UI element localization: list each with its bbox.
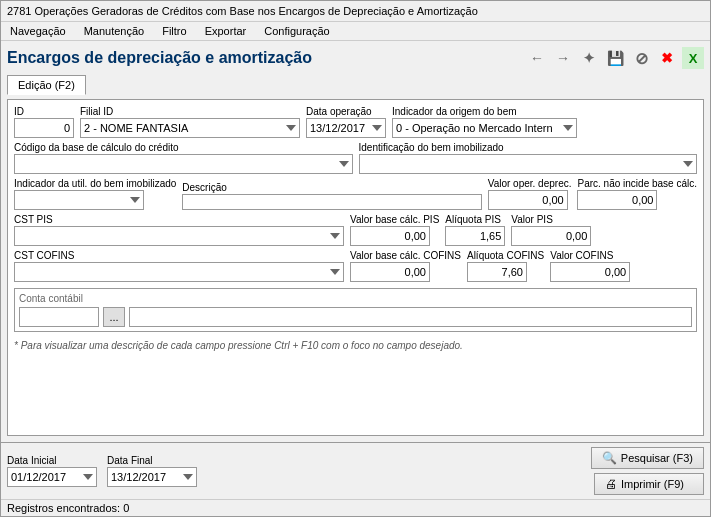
valor-cofins-input[interactable]: 0,00	[550, 262, 630, 282]
status-bar: Registros encontrados: 0	[1, 499, 710, 516]
data-inicial-group: Data Inicial 01/12/2017	[7, 455, 97, 487]
title-bar: 2781 Operações Geradoras de Créditos com…	[1, 1, 710, 22]
menu-bar: Navegação Manutenção Filtro Exportar Con…	[1, 22, 710, 41]
data-op-select[interactable]: 13/12/2017	[306, 118, 386, 138]
page-header: Encargos de depreciação e amortização ← …	[7, 47, 704, 69]
status-text: Registros encontrados: 0	[7, 502, 129, 514]
cst-pis-select[interactable]	[14, 226, 344, 246]
id-bem-label: Identificação do bem imobilizado	[359, 142, 698, 153]
export-button[interactable]: X	[682, 47, 704, 69]
id-bem-select[interactable]	[359, 154, 698, 174]
indicador-origem-label: Indicador da origem do bem	[392, 106, 577, 117]
aliquota-pis-input[interactable]: 1,65	[445, 226, 505, 246]
menu-filtro[interactable]: Filtro	[159, 24, 189, 38]
cst-pis-group: CST PIS	[14, 214, 344, 246]
data-final-select[interactable]: 13/12/2017	[107, 467, 197, 487]
indicador-util-label: Indicador da util. do bem imobilizado	[14, 178, 176, 189]
conta-code-input[interactable]	[19, 307, 99, 327]
valor-oper-label: Valor oper. deprec.	[488, 178, 572, 189]
bottom-right: 🔍 Pesquisar (F3) 🖨 Imprimir (F9)	[591, 447, 704, 495]
descricao-group: Descrição	[182, 182, 481, 210]
form-panel: ID 0 Filial ID 2 - NOME FANTASIA Data op…	[7, 99, 704, 436]
row-1: ID 0 Filial ID 2 - NOME FANTASIA Data op…	[14, 106, 697, 138]
data-inicial-select[interactable]: 01/12/2017	[7, 467, 97, 487]
valor-base-cofins-label: Valor base cálc. COFINS	[350, 250, 461, 261]
data-op-label: Data operação	[306, 106, 386, 117]
data-final-group: Data Final 13/12/2017	[107, 455, 197, 487]
valor-pis-group: Valor PIS 0,00	[511, 214, 591, 246]
conta-desc-input[interactable]	[129, 307, 692, 327]
row-5: CST COFINS Valor base cálc. COFINS 0,00 …	[14, 250, 697, 282]
data-inicial-label: Data Inicial	[7, 455, 97, 466]
save-button[interactable]: 💾	[604, 47, 626, 69]
valor-oper-group: Valor oper. deprec. 0,00	[488, 178, 572, 210]
aliquota-cofins-label: Alíquota COFINS	[467, 250, 544, 261]
main-window: 2781 Operações Geradoras de Créditos com…	[0, 0, 711, 517]
valor-base-cofins-group: Valor base cálc. COFINS 0,00	[350, 250, 461, 282]
content-area: Encargos de depreciação e amortização ← …	[1, 41, 710, 442]
toolbar: ← → ✦ 💾 ⊘ ✖ X	[526, 47, 704, 69]
indicador-util-select[interactable]	[14, 190, 144, 210]
conta-contabil-label: Conta contábil	[19, 293, 692, 304]
valor-base-pis-input[interactable]: 0,00	[350, 226, 430, 246]
bottom-left: Data Inicial 01/12/2017 Data Final 13/12…	[7, 455, 197, 487]
row-2: Código da base de cálculo do crédito Ide…	[14, 142, 697, 174]
next-button[interactable]: →	[552, 47, 574, 69]
search-icon: 🔍	[602, 451, 617, 465]
indicador-origem-select[interactable]: 0 - Operação no Mercado Intern	[392, 118, 577, 138]
descricao-input[interactable]	[182, 194, 481, 210]
parc-nao-input[interactable]: 0,00	[577, 190, 657, 210]
menu-navegacao[interactable]: Navegação	[7, 24, 69, 38]
conta-contabil-box: Conta contábil ...	[14, 288, 697, 332]
tab-edicao[interactable]: Edição (F2)	[7, 75, 86, 95]
menu-exportar[interactable]: Exportar	[202, 24, 250, 38]
cancel-button[interactable]: ⊘	[630, 47, 652, 69]
imprimir-label: Imprimir (F9)	[621, 478, 684, 490]
filial-label: Filial ID	[80, 106, 300, 117]
conta-row: ...	[19, 307, 692, 327]
valor-base-pis-label: Valor base cálc. PIS	[350, 214, 439, 225]
cod-base-group: Código da base de cálculo do crédito	[14, 142, 353, 174]
aliquota-pis-group: Alíquota PIS 1,65	[445, 214, 505, 246]
indicador-origem-group: Indicador da origem do bem 0 - Operação …	[392, 106, 577, 138]
filial-select[interactable]: 2 - NOME FANTASIA	[80, 118, 300, 138]
page-title: Encargos de depreciação e amortização	[7, 49, 312, 67]
bottom-bar: Data Inicial 01/12/2017 Data Final 13/12…	[1, 442, 710, 499]
pesquisar-label: Pesquisar (F3)	[621, 452, 693, 464]
descricao-label: Descrição	[182, 182, 481, 193]
pesquisar-button[interactable]: 🔍 Pesquisar (F3)	[591, 447, 704, 469]
id-bem-group: Identificação do bem imobilizado	[359, 142, 698, 174]
cst-cofins-label: CST COFINS	[14, 250, 344, 261]
prev-button[interactable]: ←	[526, 47, 548, 69]
hint-text: * Para visualizar uma descrição de cada …	[14, 340, 697, 351]
tab-bar: Edição (F2)	[7, 75, 704, 95]
cod-base-label: Código da base de cálculo do crédito	[14, 142, 353, 153]
valor-pis-label: Valor PIS	[511, 214, 591, 225]
data-final-label: Data Final	[107, 455, 197, 466]
parc-nao-group: Parc. não incide base cálc. 0,00	[577, 178, 697, 210]
row-3: Indicador da util. do bem imobilizado De…	[14, 178, 697, 210]
cod-base-select[interactable]	[14, 154, 353, 174]
aliquota-cofins-input[interactable]: 7,60	[467, 262, 527, 282]
data-op-field-group: Data operação 13/12/2017	[306, 106, 386, 138]
menu-manutencao[interactable]: Manutenção	[81, 24, 148, 38]
pin-button[interactable]: ✦	[578, 47, 600, 69]
imprimir-button[interactable]: 🖨 Imprimir (F9)	[594, 473, 704, 495]
id-label: ID	[14, 106, 74, 117]
conta-browse-button[interactable]: ...	[103, 307, 125, 327]
close-button[interactable]: ✖	[656, 47, 678, 69]
cst-cofins-select[interactable]	[14, 262, 344, 282]
row-4: CST PIS Valor base cálc. PIS 0,00 Alíquo…	[14, 214, 697, 246]
valor-pis-input[interactable]: 0,00	[511, 226, 591, 246]
print-icon: 🖨	[605, 477, 617, 491]
aliquota-cofins-group: Alíquota COFINS 7,60	[467, 250, 544, 282]
window-title: 2781 Operações Geradoras de Créditos com…	[7, 5, 478, 17]
parc-nao-label: Parc. não incide base cálc.	[577, 178, 697, 189]
valor-cofins-label: Valor COFINS	[550, 250, 630, 261]
filial-field-group: Filial ID 2 - NOME FANTASIA	[80, 106, 300, 138]
valor-base-cofins-input[interactable]: 0,00	[350, 262, 430, 282]
valor-base-pis-group: Valor base cálc. PIS 0,00	[350, 214, 439, 246]
menu-configuracao[interactable]: Configuração	[261, 24, 332, 38]
id-input[interactable]: 0	[14, 118, 74, 138]
valor-oper-input[interactable]: 0,00	[488, 190, 568, 210]
